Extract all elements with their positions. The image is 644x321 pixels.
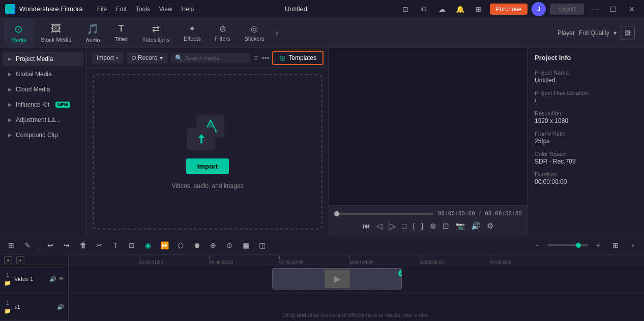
record-tl-button[interactable]: ⏺ (190, 238, 204, 252)
close-button[interactable]: ✕ (625, 2, 639, 16)
more-options-icon[interactable]: ••• (262, 54, 270, 62)
bell-icon[interactable]: 🔔 (453, 2, 467, 16)
crop-button[interactable]: ⊡ (125, 238, 139, 252)
import-dropzone-button[interactable]: Import (186, 158, 229, 174)
zoom-slider[interactable] (547, 244, 588, 246)
mask-button[interactable]: ⬡ (173, 238, 188, 252)
delete-button[interactable]: 🗑 (76, 238, 90, 252)
cut-button[interactable]: ✂ (92, 238, 106, 252)
toolbar-effects[interactable]: ✦ Effects (177, 18, 208, 47)
timeline-more-icon[interactable]: › (626, 238, 640, 252)
sidebar-item-influence-kit[interactable]: ▶ Influence Kit NEW (2, 98, 84, 112)
menu-edit[interactable]: Edit (116, 6, 127, 13)
motion-track-button[interactable]: ⊙ (222, 238, 237, 252)
render-icon[interactable]: ⊡ (443, 221, 449, 231)
toolbar-stock-media[interactable]: 🖼 Stock Media (34, 18, 79, 47)
video-track-folder-icon[interactable]: 📁 (4, 280, 11, 286)
zoom-thumb[interactable] (576, 243, 581, 248)
scene-detect-icon[interactable]: ⊞ (4, 238, 18, 252)
video-eye-icon[interactable]: 👁 (58, 276, 64, 282)
media-panel: Import ▾ Record ▾ 🔍 ≡ ••• ⊞ Templates (86, 48, 329, 236)
clip-add-icon[interactable]: + (398, 270, 402, 277)
sidebar-item-global-media[interactable]: ▶ Global Media (2, 67, 84, 81)
speed-button[interactable]: ⏩ (157, 238, 171, 252)
templates-button[interactable]: ⊞ Templates (272, 51, 324, 65)
undo-button[interactable]: ↩ (43, 238, 57, 252)
filter-icon[interactable]: ≡ (253, 54, 257, 62)
user-avatar[interactable]: J (532, 2, 546, 16)
ruler-mark-3: 00:00:03:00 (279, 255, 304, 265)
minimize-button[interactable]: — (588, 2, 602, 16)
add-audio-track-button[interactable]: + (16, 256, 24, 264)
video-effect-button[interactable]: ▣ (239, 238, 253, 252)
settings-icon[interactable]: ⚙ (487, 221, 493, 231)
sidebar-item-compound-clip[interactable]: ▶ Compound Clip (2, 128, 84, 142)
redo-button[interactable]: ↪ (60, 238, 74, 252)
search-input[interactable] (185, 55, 247, 61)
ruler-label-5: 00:00:05:00 (420, 260, 444, 265)
audio-icon[interactable]: 🔊 (471, 221, 481, 231)
cloud-icon[interactable]: ☁ (435, 2, 449, 16)
zoom-in-button[interactable]: ＋ (591, 238, 605, 252)
play-icon[interactable]: ▷ (389, 220, 396, 232)
audio-mute-icon[interactable]: 🔊 (57, 304, 64, 310)
menu-view[interactable]: View (159, 6, 172, 13)
audio-track-folder-icon[interactable]: 📁 (4, 308, 11, 314)
total-timecode: 00:00:00:00 (485, 210, 522, 217)
toolbar-filters[interactable]: ⊘ Filters (208, 18, 237, 47)
auto-caption-icon[interactable]: ✎ (20, 238, 35, 252)
split-screen-icon[interactable]: ⧉ (417, 2, 431, 16)
go-to-start-icon[interactable]: ⏮ (363, 221, 370, 230)
menu-file[interactable]: File (97, 6, 107, 13)
timeline-settings-icon[interactable]: ⊞ (608, 238, 623, 252)
grid-icon[interactable]: ⊞ (472, 2, 486, 16)
zoom-out-button[interactable]: － (530, 238, 544, 252)
screen-mode-icon[interactable]: ⊡ (398, 2, 413, 16)
menu-tools[interactable]: Tools (136, 6, 150, 13)
ruler-mark-4: 00:00:04:00 (349, 255, 374, 265)
add-video-track-button[interactable]: + (4, 256, 12, 264)
toolbar-media[interactable]: ⊙ Media (4, 18, 34, 47)
frame-back-icon[interactable]: ◁ (376, 221, 383, 231)
add-to-timeline-icon[interactable]: ⊕ (430, 221, 436, 231)
import-button[interactable]: Import ▾ (92, 52, 124, 63)
sidebar-arrow-icon: ▶ (8, 72, 12, 77)
maximize-button[interactable]: ☐ (606, 2, 621, 16)
audio-effect-button[interactable]: ◫ (255, 238, 269, 252)
menu-help[interactable]: Help (182, 6, 194, 13)
ruler-label-2: 00:00:02:00 (209, 260, 233, 265)
mark-out-icon[interactable]: } (421, 221, 424, 230)
sidebar-label-cloud-media: Cloud Media (16, 86, 50, 93)
toolbar-transitions[interactable]: ⇄ Transitions (135, 18, 177, 47)
split-button[interactable]: ⊕ (206, 238, 220, 252)
progress-thumb[interactable] (334, 211, 339, 216)
player-snapshot-button[interactable]: 🖼 (621, 26, 635, 40)
ruler-label-1: 00:00:01:00 (139, 260, 163, 265)
stop-icon[interactable]: □ (402, 221, 406, 230)
toolbar-more-button[interactable]: › (272, 18, 282, 47)
export-button[interactable]: Export (550, 4, 584, 15)
toolbar-titles-label: Titles (114, 36, 128, 42)
progress-track[interactable] (334, 213, 434, 215)
toolbar-titles[interactable]: T Titles (107, 18, 135, 47)
effects-icon: ✦ (189, 24, 195, 34)
sidebar-item-cloud-media[interactable]: ▶ Cloud Media (2, 82, 84, 97)
text-button[interactable]: T (108, 238, 123, 252)
mark-in-icon[interactable]: { (413, 221, 415, 230)
record-button[interactable]: Record ▾ (127, 52, 168, 63)
current-timecode: 00:00:00:00 (438, 210, 475, 217)
purchase-button[interactable]: Purchase (490, 4, 528, 15)
sidebar-item-project-media[interactable]: ▶ Project Media (2, 52, 84, 66)
video-clip[interactable]: ▶ + (272, 268, 402, 290)
toolbar-audio[interactable]: 🎵 Audio (79, 18, 107, 47)
ruler-tick (279, 255, 280, 259)
audio-icon: 🎵 (86, 23, 99, 35)
color-button[interactable]: ◉ (141, 238, 155, 252)
video-clip-thumbnail: ▶ (325, 270, 350, 288)
toolbar-stickers[interactable]: ◎ Stickers (237, 18, 271, 47)
sidebar-item-adjustment-layer[interactable]: ▶ Adjustment La... (2, 113, 84, 127)
snapshot-icon[interactable]: 📷 (455, 221, 465, 231)
quality-chevron-icon: ▾ (613, 29, 617, 37)
audio-track-left-icons: 1 📁 (4, 300, 11, 314)
video-mute-icon[interactable]: 🔊 (49, 276, 56, 282)
